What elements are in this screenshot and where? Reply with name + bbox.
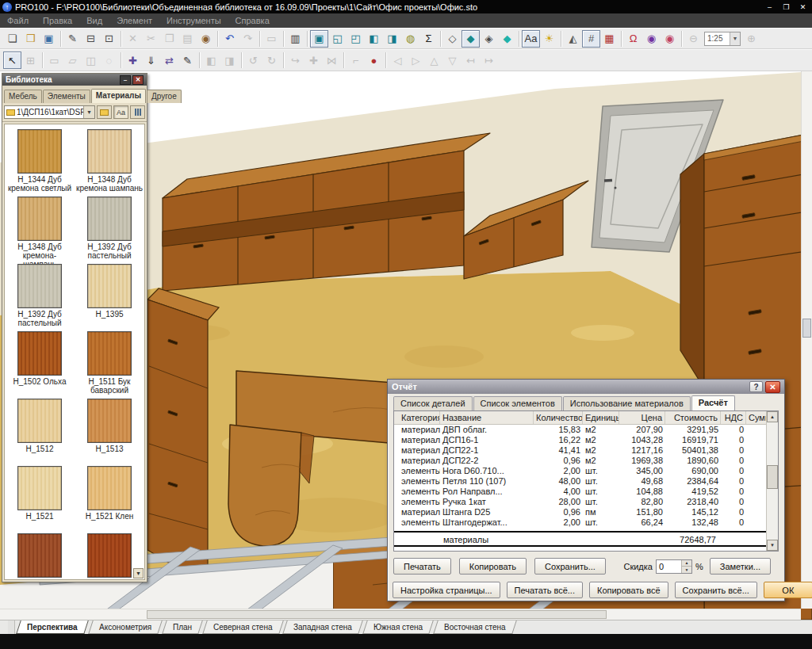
print-button[interactable]: Печатать — [393, 558, 451, 575]
library-close-button[interactable]: ✕ — [132, 75, 144, 85]
viewport-horizontal-scrollbar[interactable] — [0, 609, 801, 620]
chevron-down-icon[interactable]: ▼ — [730, 32, 740, 45]
print-button[interactable]: ⊟ — [82, 30, 100, 48]
notes-button[interactable]: Заметки... — [710, 558, 771, 575]
drop-to-floor-button[interactable]: ⇓ — [142, 52, 160, 69]
library-tab-other[interactable]: Другое — [147, 90, 182, 103]
view-tabs-corner[interactable] — [8, 620, 15, 634]
view-tab-north-wall[interactable]: Северная стена — [202, 620, 283, 634]
scroll-down-icon[interactable]: ▼ — [767, 540, 778, 551]
report-tab-calculation[interactable]: Расчёт — [691, 395, 735, 410]
text-labels-button[interactable]: Aa — [522, 30, 540, 48]
view-tab-plan[interactable]: План — [162, 620, 203, 634]
help-button[interactable]: ? — [749, 381, 763, 392]
view-axonometry-button[interactable]: ◱ — [328, 30, 347, 48]
orbit-button[interactable]: ◉ — [642, 30, 661, 48]
view-tab-perspective[interactable]: Перспектива — [16, 620, 88, 634]
wire-cube-button[interactable]: ◇ — [443, 30, 462, 48]
column-header[interactable]: Единицы — [583, 411, 619, 424]
light-button[interactable]: ☀ — [540, 30, 558, 48]
folder-up-button[interactable] — [97, 105, 112, 119]
swatch-item[interactable]: Н_1348 Дуб кремона-шампань — [5, 197, 75, 264]
report-close-button[interactable]: ✕ — [765, 381, 780, 393]
shadows-button[interactable]: ◭ — [564, 30, 582, 48]
material-swatch[interactable] — [87, 197, 132, 241]
zoom-scale-combo[interactable]: 1:25▼ — [704, 32, 741, 46]
edit-doc-button[interactable]: ✎ — [63, 30, 82, 48]
restore-button[interactable]: ❐ — [779, 2, 793, 13]
swatch-item[interactable]: Н_1348 Дуб кремона шампань — [75, 129, 144, 197]
move-mode-button[interactable]: ⇄ — [160, 52, 178, 69]
solid-cube-button[interactable]: ◆ — [462, 30, 480, 48]
view-tab-south-wall[interactable]: Южная стена — [362, 620, 434, 634]
ok-button[interactable]: ОК — [764, 582, 812, 598]
swatch-item[interactable]: Н_1392 Дуб пастельный — [5, 264, 75, 331]
table-row[interactable]: элементыПетля 110 (107)48,00шт.49,682384… — [399, 476, 778, 487]
select-button[interactable]: ↖ — [3, 52, 21, 69]
library-scroll-down-button[interactable]: ▼ — [133, 568, 144, 578]
print-all-button[interactable]: Печатать всё... — [507, 582, 583, 598]
spinner-up-icon[interactable]: ▲ — [682, 560, 691, 567]
view-values-button[interactable]: ◍ — [401, 30, 419, 48]
save-button[interactable]: Сохранить... — [534, 558, 606, 575]
scroll-up-icon[interactable]: ▲ — [767, 411, 778, 422]
new-button[interactable]: ❏ — [3, 30, 21, 48]
menu-help[interactable]: Справка — [228, 16, 277, 25]
swatch-item[interactable]: Н_1502 Ольха — [5, 331, 75, 399]
view-west-wall-button[interactable]: ◨ — [383, 30, 401, 48]
material-swatch[interactable] — [17, 197, 62, 241]
material-swatch[interactable] — [87, 399, 132, 443]
table-row[interactable]: материалыШтанга D250,96пм151,80145,120 — [399, 507, 778, 517]
outline-cube-button[interactable]: ◈ — [480, 30, 498, 48]
column-header[interactable]: Сумма Н... — [746, 411, 768, 424]
column-header[interactable]: НДС — [721, 411, 746, 424]
material-swatch[interactable] — [87, 533, 132, 578]
render-button[interactable]: ◉ — [661, 30, 679, 48]
viewport-3d[interactable]: Библиотека – ✕ МебельЭлементыМатериалыДр… — [0, 71, 812, 620]
draw-pencil-button[interactable]: ✎ — [178, 52, 197, 69]
material-swatch[interactable] — [17, 533, 62, 578]
magnet-button[interactable]: Ω — [624, 30, 642, 48]
swatch-item[interactable]: Н_1511 Бук баварский — [75, 331, 144, 399]
chevron-down-icon[interactable]: ▼ — [83, 106, 94, 118]
viewport-vscroll-thumb[interactable] — [802, 319, 811, 338]
swatch-item[interactable]: Н_1395 — [75, 264, 144, 331]
view-tab-west-wall[interactable]: Западная стена — [283, 620, 363, 634]
list-view-button[interactable] — [130, 105, 145, 119]
column-header[interactable]: Название — [440, 411, 534, 424]
report-scroll-thumb[interactable] — [767, 465, 778, 489]
material-swatch[interactable] — [17, 264, 62, 308]
discount-value[interactable]: 0 — [657, 560, 681, 573]
shaded-cube-button[interactable]: ◆ — [498, 30, 516, 48]
sort-alphabetical-button[interactable]: Аa — [113, 105, 128, 119]
print-preview-button[interactable]: ⊡ — [100, 30, 118, 48]
material-sphere-button[interactable]: ● — [365, 52, 383, 69]
viewport-hscroll-thumb[interactable] — [147, 610, 607, 619]
report-button[interactable]: ▥ — [286, 30, 304, 48]
column-header[interactable]: Категория — [399, 411, 440, 424]
report-tab-parts-list[interactable]: Список деталей — [393, 396, 473, 410]
swatch-item[interactable]: Н_1521 — [5, 466, 75, 533]
table-row[interactable]: элементыРучка 1кат28,00шт.82,802318,400 — [399, 497, 778, 507]
material-swatch[interactable] — [17, 466, 62, 510]
table-row[interactable]: элементыНога D60.710...2,00шт.345,00690,… — [399, 466, 778, 476]
column-header[interactable]: Цена — [619, 411, 665, 424]
save-all-button[interactable]: Сохранить всё... — [675, 582, 757, 598]
snapshot-button[interactable]: ◉ — [197, 30, 215, 48]
undo-button[interactable]: ↶ — [220, 30, 239, 48]
material-swatch[interactable] — [87, 466, 132, 510]
column-header[interactable]: Стоимость — [665, 411, 721, 424]
page-setup-button[interactable]: Настройка страницы... — [393, 582, 500, 598]
swatch-item[interactable]: Н_1513 — [75, 399, 144, 466]
open-button[interactable]: ❒ — [21, 30, 40, 48]
library-tab-furniture[interactable]: Мебель — [4, 90, 42, 103]
material-swatch[interactable] — [17, 331, 62, 376]
table-row[interactable]: материалыДСП16-116,22м21043,2816919,710 — [399, 435, 778, 445]
report-tab-materials-usage[interactable]: Использование материалов — [563, 396, 691, 410]
library-minimize-button[interactable]: – — [120, 75, 131, 85]
minimize-button[interactable]: – — [763, 2, 776, 13]
swatch-item[interactable]: Н_1521 Клен — [75, 466, 144, 533]
view-tab-east-wall[interactable]: Восточная стена — [434, 620, 517, 634]
table-row[interactable]: материалыДСП22-20,96м21969,381890,600 — [399, 456, 778, 466]
column-header[interactable]: Количество — [534, 411, 583, 424]
